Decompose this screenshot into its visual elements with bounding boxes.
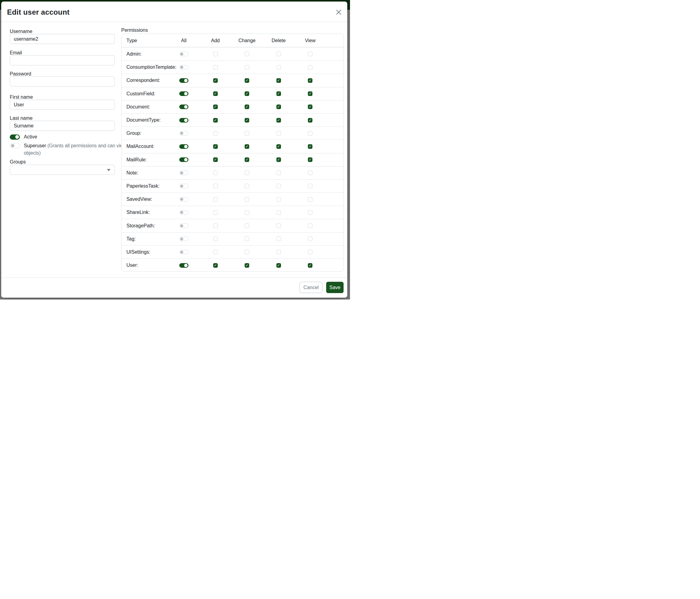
permission-add-checkbox[interactable] (213, 65, 218, 70)
permission-change-checkbox[interactable] (245, 131, 249, 136)
superuser-toggle[interactable] (10, 143, 20, 148)
permission-change-checkbox[interactable] (245, 237, 249, 241)
save-button[interactable]: Save (326, 282, 344, 293)
permission-add-checkbox[interactable] (213, 237, 218, 241)
permission-all-toggle[interactable] (179, 91, 189, 96)
permission-add-checkbox[interactable] (213, 197, 218, 202)
permission-add-checkbox[interactable] (213, 184, 218, 188)
permission-delete-checkbox[interactable]: ✓ (276, 263, 281, 268)
permission-delete-checkbox[interactable] (276, 250, 281, 254)
permission-change-checkbox[interactable] (245, 184, 249, 188)
permission-view-checkbox[interactable]: ✓ (308, 158, 312, 162)
permission-change-checkbox[interactable] (245, 197, 249, 202)
permission-all-toggle[interactable] (179, 170, 189, 175)
permission-add-checkbox[interactable] (213, 223, 218, 228)
permission-delete-checkbox[interactable] (276, 131, 281, 136)
permission-delete-checkbox[interactable] (276, 237, 281, 241)
permission-delete-checkbox[interactable]: ✓ (276, 158, 281, 162)
permission-delete-checkbox[interactable]: ✓ (276, 104, 281, 109)
active-toggle[interactable] (10, 135, 20, 140)
permission-all-toggle[interactable] (179, 118, 189, 123)
permission-all-toggle[interactable] (179, 65, 189, 70)
permission-all-toggle[interactable] (179, 223, 189, 228)
permission-view-checkbox[interactable] (308, 210, 312, 215)
permission-change-checkbox[interactable]: ✓ (245, 118, 249, 123)
permission-all-toggle[interactable] (179, 197, 189, 202)
permission-view-checkbox[interactable] (308, 197, 312, 202)
permission-all-toggle[interactable] (179, 210, 189, 215)
permission-change-checkbox[interactable] (245, 52, 249, 56)
permission-delete-checkbox[interactable] (276, 223, 281, 228)
permission-change-checkbox[interactable] (245, 170, 249, 175)
permission-add-checkbox[interactable]: ✓ (213, 118, 218, 123)
permission-add-checkbox[interactable] (213, 131, 218, 136)
permission-change-checkbox[interactable]: ✓ (245, 158, 249, 162)
permission-add-checkbox[interactable]: ✓ (213, 263, 218, 268)
permission-all-toggle[interactable] (179, 52, 189, 56)
permission-add-checkbox[interactable] (213, 250, 218, 254)
permission-view-checkbox[interactable]: ✓ (308, 144, 312, 149)
first-name-input[interactable] (10, 100, 115, 110)
permission-change-checkbox[interactable]: ✓ (245, 78, 249, 83)
username-input[interactable] (10, 34, 115, 44)
permission-change-checkbox[interactable] (245, 65, 249, 70)
permission-all-toggle[interactable] (179, 158, 189, 162)
permission-add-checkbox[interactable] (213, 210, 218, 215)
permission-view-checkbox[interactable] (308, 184, 312, 188)
groups-select[interactable] (10, 165, 115, 175)
permission-change-checkbox[interactable] (245, 223, 249, 228)
permission-view-checkbox[interactable] (308, 52, 312, 56)
permission-all-toggle[interactable] (179, 237, 189, 241)
password-input[interactable] (10, 76, 115, 87)
permission-change-checkbox[interactable]: ✓ (245, 104, 249, 109)
permission-view-checkbox[interactable] (308, 237, 312, 241)
permission-delete-checkbox[interactable] (276, 65, 281, 70)
permission-delete-checkbox[interactable]: ✓ (276, 91, 281, 96)
permission-add-checkbox[interactable]: ✓ (213, 144, 218, 149)
permission-add-checkbox[interactable]: ✓ (213, 104, 218, 109)
permission-add-checkbox[interactable]: ✓ (213, 158, 218, 162)
permission-add-checkbox[interactable]: ✓ (213, 91, 218, 96)
last-name-input[interactable] (10, 121, 115, 131)
permission-all-toggle[interactable] (179, 144, 189, 149)
permission-view-checkbox[interactable] (308, 131, 312, 136)
permission-view-checkbox[interactable] (308, 65, 312, 70)
permission-delete-checkbox[interactable] (276, 210, 281, 215)
permission-delete-checkbox[interactable] (276, 52, 281, 56)
permission-delete-checkbox[interactable]: ✓ (276, 144, 281, 149)
chevron-down-icon (107, 169, 110, 171)
permission-all-toggle[interactable] (179, 263, 189, 268)
email-input[interactable] (10, 55, 115, 65)
permission-change-checkbox[interactable]: ✓ (245, 144, 249, 149)
permission-change-checkbox[interactable] (245, 250, 249, 254)
permission-delete-checkbox[interactable]: ✓ (276, 118, 281, 123)
permission-view-checkbox[interactable] (308, 250, 312, 254)
permission-view-checkbox[interactable]: ✓ (308, 91, 312, 96)
permission-change-checkbox[interactable] (245, 210, 249, 215)
permission-all-toggle[interactable] (179, 78, 189, 83)
toggle-knob (180, 211, 183, 214)
permission-delete-checkbox[interactable]: ✓ (276, 78, 281, 83)
permission-row: Document: ✓ ✓ ✓ ✓ (122, 100, 344, 113)
permission-all-toggle[interactable] (179, 184, 189, 188)
permission-add-checkbox[interactable]: ✓ (213, 78, 218, 83)
permission-view-checkbox[interactable]: ✓ (308, 78, 312, 83)
close-icon[interactable] (336, 9, 342, 15)
permission-add-checkbox[interactable] (213, 170, 218, 175)
cancel-button[interactable]: Cancel (300, 282, 323, 293)
permission-delete-checkbox[interactable] (276, 170, 281, 175)
permission-all-toggle[interactable] (179, 250, 189, 254)
permission-add-checkbox[interactable] (213, 52, 218, 56)
permission-view-checkbox[interactable]: ✓ (308, 104, 312, 109)
permission-all-toggle[interactable] (179, 104, 189, 109)
permission-view-checkbox[interactable]: ✓ (308, 263, 312, 268)
permission-view-checkbox[interactable]: ✓ (308, 118, 312, 123)
permission-delete-checkbox[interactable] (276, 184, 281, 188)
permission-change-checkbox[interactable]: ✓ (245, 91, 249, 96)
permission-delete-checkbox[interactable] (276, 197, 281, 202)
permission-view-checkbox[interactable] (308, 223, 312, 228)
permission-view-checkbox[interactable] (308, 170, 312, 175)
permission-all-toggle[interactable] (179, 131, 189, 136)
permissions-table-body: Admin: ConsumptionTemplate: Corresponden… (122, 47, 344, 272)
permission-change-checkbox[interactable]: ✓ (245, 263, 249, 268)
